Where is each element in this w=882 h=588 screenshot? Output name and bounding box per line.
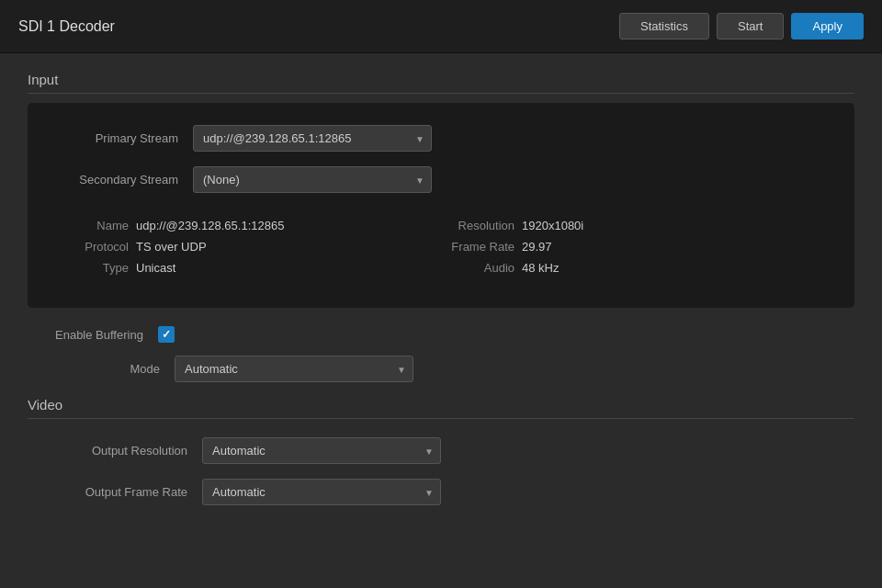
primary-stream-select-wrapper: udp://@239.128.65.1:12865 ▼ xyxy=(193,125,432,152)
audio-label: Audio xyxy=(450,261,514,275)
statistics-button[interactable]: Statistics xyxy=(619,13,709,40)
secondary-stream-row: Secondary Stream (None) ▼ xyxy=(46,166,836,193)
output-resolution-row: Output Resolution Automatic ▼ xyxy=(28,437,854,464)
resolution-label: Resolution xyxy=(450,219,514,232)
enable-buffering-row: Enable Buffering xyxy=(28,326,854,343)
app-title: SDI 1 Decoder xyxy=(18,18,115,35)
info-left: Name udp://@239.128.65.1:12865 Protocol … xyxy=(64,215,432,278)
mode-select-wrapper: Automatic ▼ xyxy=(175,356,413,382)
video-section-header: Video xyxy=(28,397,854,419)
main-content: Input Primary Stream udp://@239.128.65.1… xyxy=(0,53,882,588)
output-resolution-label: Output Resolution xyxy=(55,444,202,458)
start-button[interactable]: Start xyxy=(717,13,784,40)
output-framerate-label: Output Frame Rate xyxy=(55,485,202,499)
output-framerate-row: Output Frame Rate Automatic ▼ xyxy=(28,479,854,505)
protocol-label: Protocol xyxy=(64,240,129,254)
protocol-row: Protocol TS over UDP xyxy=(64,236,432,257)
type-value: Unicast xyxy=(136,261,175,275)
secondary-stream-label: Secondary Stream xyxy=(46,173,193,187)
output-framerate-select-wrapper: Automatic ▼ xyxy=(202,479,441,505)
primary-stream-label: Primary Stream xyxy=(46,131,193,145)
name-value: udp://@239.128.65.1:12865 xyxy=(136,219,284,232)
resolution-value: 1920x1080i xyxy=(522,219,583,232)
enable-buffering-checkbox[interactable] xyxy=(158,326,175,343)
secondary-stream-select[interactable]: (None) xyxy=(193,166,432,193)
input-card: Primary Stream udp://@239.128.65.1:12865… xyxy=(28,103,854,308)
mode-label: Mode xyxy=(55,362,175,376)
protocol-value: TS over UDP xyxy=(136,240,207,254)
name-label: Name xyxy=(64,219,129,232)
framerate-row: Frame Rate 29.97 xyxy=(450,236,818,257)
type-label: Type xyxy=(64,261,129,275)
app-header: SDI 1 Decoder Statistics Start Apply xyxy=(0,0,882,53)
video-form: Output Resolution Automatic ▼ Output Fra… xyxy=(28,428,854,529)
apply-button[interactable]: Apply xyxy=(791,13,864,40)
framerate-value: 29.97 xyxy=(522,240,552,254)
output-framerate-select[interactable]: Automatic xyxy=(202,479,441,505)
type-row: Type Unicast xyxy=(64,257,432,278)
framerate-label: Frame Rate xyxy=(450,240,514,254)
input-section-header: Input xyxy=(28,72,854,94)
secondary-stream-select-wrapper: (None) ▼ xyxy=(193,166,432,193)
video-section: Video Output Resolution Automatic ▼ Outp… xyxy=(28,397,854,529)
mode-row: Mode Automatic ▼ xyxy=(28,356,854,382)
stream-info: Name udp://@239.128.65.1:12865 Protocol … xyxy=(46,208,836,286)
info-grid: Name udp://@239.128.65.1:12865 Protocol … xyxy=(46,208,836,286)
mode-select[interactable]: Automatic xyxy=(175,356,413,382)
info-right: Resolution 1920x1080i Frame Rate 29.97 A… xyxy=(450,215,818,278)
resolution-row: Resolution 1920x1080i xyxy=(450,215,818,236)
output-resolution-select-wrapper: Automatic ▼ xyxy=(202,437,441,464)
primary-stream-row: Primary Stream udp://@239.128.65.1:12865… xyxy=(46,125,836,152)
audio-row: Audio 48 kHz xyxy=(450,257,818,278)
output-resolution-select[interactable]: Automatic xyxy=(202,437,441,464)
name-row: Name udp://@239.128.65.1:12865 xyxy=(64,215,432,236)
header-buttons: Statistics Start Apply xyxy=(619,13,864,40)
enable-buffering-label: Enable Buffering xyxy=(55,328,143,342)
audio-value: 48 kHz xyxy=(522,261,559,275)
primary-stream-select[interactable]: udp://@239.128.65.1:12865 xyxy=(193,125,432,152)
